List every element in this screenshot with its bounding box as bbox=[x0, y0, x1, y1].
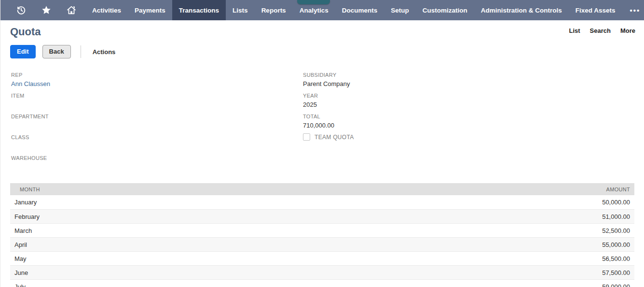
nav-item-documents[interactable]: Documents bbox=[335, 0, 384, 20]
warehouse-value bbox=[11, 163, 303, 172]
team-quota-checkbox[interactable] bbox=[303, 133, 310, 141]
item-label: ITEM bbox=[11, 92, 303, 99]
list-link[interactable]: List bbox=[569, 27, 580, 34]
field-total: TOTAL 710,000.00 bbox=[303, 113, 634, 133]
nav-overflow-ellipsis-icon[interactable]: ••• bbox=[622, 0, 644, 20]
nav-item-administration-controls[interactable]: Administration & Controls bbox=[474, 0, 569, 20]
class-value bbox=[11, 142, 303, 151]
record-toolbar: Edit Back Actions bbox=[0, 38, 644, 58]
table-header-row: MONTH AMOUNT bbox=[10, 183, 634, 195]
team-quota-label: TEAM QUOTA bbox=[315, 133, 354, 141]
amount-cell: 57,500.00 bbox=[538, 269, 634, 276]
nav-item-lists[interactable]: Lists bbox=[226, 0, 255, 20]
class-label: CLASS bbox=[11, 133, 303, 141]
amount-cell: 59,000.00 bbox=[538, 283, 634, 287]
total-value: 710,000.00 bbox=[303, 121, 634, 130]
page-title: Quota bbox=[10, 26, 634, 38]
recent-records-history-icon[interactable] bbox=[16, 5, 27, 15]
amount-column-header: AMOUNT bbox=[538, 187, 634, 192]
header-link-group: List Search More bbox=[569, 27, 635, 34]
department-label: DEPARTMENT bbox=[11, 113, 303, 120]
field-department: DEPARTMENT bbox=[11, 113, 303, 133]
month-cell: April bbox=[10, 241, 538, 248]
actions-menu-button[interactable]: Actions bbox=[91, 48, 118, 56]
top-nav-bar: Activities Payments Transactions Lists R… bbox=[0, 0, 644, 20]
nav-item-reports[interactable]: Reports bbox=[255, 0, 293, 20]
toolbar-divider bbox=[81, 45, 81, 58]
item-value bbox=[11, 100, 303, 109]
table-row: February 51,000.00 bbox=[10, 209, 634, 223]
field-year: YEAR 2025 bbox=[303, 92, 634, 113]
edit-button[interactable]: Edit bbox=[10, 45, 36, 58]
home-icon[interactable] bbox=[66, 5, 77, 15]
amount-cell: 56,500.00 bbox=[538, 255, 634, 262]
field-team-quota: TEAM QUOTA bbox=[303, 133, 634, 154]
nav-item-activities[interactable]: Activities bbox=[85, 0, 128, 20]
amount-cell: 55,000.00 bbox=[538, 241, 634, 248]
amount-cell: 51,000.00 bbox=[538, 213, 634, 220]
warehouse-label: WAREHOUSE bbox=[11, 154, 303, 161]
table-row: April 55,000.00 bbox=[10, 237, 634, 251]
amount-cell: 52,500.00 bbox=[538, 227, 634, 234]
back-button[interactable]: Back bbox=[42, 45, 71, 58]
month-cell: June bbox=[10, 269, 538, 276]
month-cell: July bbox=[10, 283, 538, 287]
nav-item-setup[interactable]: Setup bbox=[384, 0, 416, 20]
rep-label: REP bbox=[11, 71, 303, 78]
field-rep: REP Ann Claussen bbox=[11, 71, 303, 92]
search-link[interactable]: Search bbox=[590, 27, 611, 34]
table-row: May 56,500.00 bbox=[10, 251, 634, 265]
quota-months-table: MONTH AMOUNT January 50,000.00 February … bbox=[10, 183, 634, 287]
year-label: YEAR bbox=[303, 92, 634, 99]
nav-menu: Activities Payments Transactions Lists R… bbox=[85, 0, 622, 20]
year-value: 2025 bbox=[303, 100, 634, 109]
page-header: Quota List Search More bbox=[0, 20, 644, 38]
month-cell: January bbox=[10, 199, 538, 206]
record-fields: REP Ann Claussen ITEM DEPARTMENT CLASS W… bbox=[0, 58, 644, 175]
table-row: June 57,500.00 bbox=[10, 265, 634, 279]
amount-cell: 50,000.00 bbox=[538, 199, 634, 206]
department-value bbox=[11, 121, 303, 130]
nav-icon-group bbox=[0, 0, 77, 20]
rep-value-link[interactable]: Ann Claussen bbox=[11, 80, 303, 88]
table-row: January 50,000.00 bbox=[10, 195, 634, 209]
nav-item-customization[interactable]: Customization bbox=[416, 0, 474, 20]
notification-popup-edge bbox=[297, 0, 330, 4]
month-cell: March bbox=[10, 227, 538, 234]
field-item: ITEM bbox=[11, 92, 303, 113]
field-column-left: REP Ann Claussen ITEM DEPARTMENT CLASS W… bbox=[11, 71, 303, 175]
nav-item-fixed-assets[interactable]: Fixed Assets bbox=[569, 0, 622, 20]
table-row: March 52,500.00 bbox=[10, 223, 634, 237]
field-warehouse: WAREHOUSE bbox=[11, 154, 303, 175]
month-cell: May bbox=[10, 255, 538, 262]
month-cell: February bbox=[10, 213, 538, 220]
subsidiary-label: SUBSIDIARY bbox=[303, 71, 634, 78]
field-column-right: SUBSIDIARY Parent Company YEAR 2025 TOTA… bbox=[303, 71, 634, 175]
nav-item-transactions[interactable]: Transactions bbox=[172, 0, 226, 20]
more-link[interactable]: More bbox=[620, 27, 635, 34]
field-class: CLASS bbox=[11, 133, 303, 154]
total-label: TOTAL bbox=[303, 113, 634, 120]
shortcuts-star-icon[interactable] bbox=[41, 5, 52, 15]
field-subsidiary: SUBSIDIARY Parent Company bbox=[303, 71, 634, 92]
nav-item-payments[interactable]: Payments bbox=[128, 0, 172, 20]
table-row: July 59,000.00 bbox=[10, 279, 634, 287]
month-column-header: MONTH bbox=[10, 187, 538, 192]
table-body: January 50,000.00 February 51,000.00 Mar… bbox=[10, 195, 634, 287]
subsidiary-value: Parent Company bbox=[303, 80, 634, 88]
